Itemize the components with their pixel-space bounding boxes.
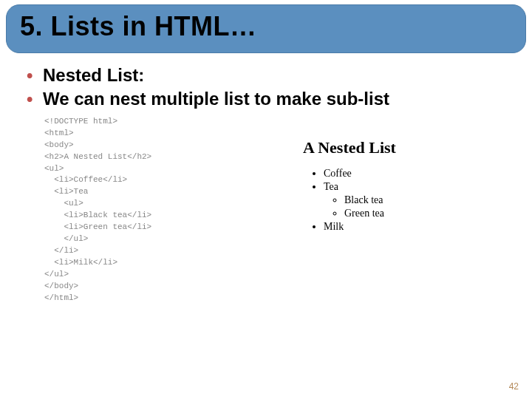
list-item: Black tea (344, 194, 519, 206)
code-line: <ul> (44, 198, 266, 210)
code-line: </html> (44, 293, 266, 304)
bullet-item: We can nest multiple list to make sub-li… (27, 87, 532, 111)
bullet-item: Nested List: (27, 64, 532, 87)
code-line: <h2>A Nested List</h2> (44, 151, 266, 163)
rendered-output: A Nested List CoffeeTeaBlack teaGreen te… (266, 116, 519, 304)
code-line: <html> (44, 128, 266, 140)
code-line: <!DOCTYPE html> (44, 116, 266, 128)
rendered-heading: A Nested List (303, 138, 519, 157)
content-row: <!DOCTYPE html><html><body><h2>A Nested … (0, 116, 532, 304)
slide-title-bar: 5. Lists in HTML… (6, 4, 526, 53)
code-line: </ul> (44, 269, 266, 281)
code-line: </ul> (44, 233, 266, 245)
code-line: </li> (44, 245, 266, 257)
rendered-list: CoffeeTeaBlack teaGreen teaMilk (324, 168, 519, 233)
code-line: <ul> (44, 163, 266, 175)
code-line: <li>Coffee</li> (44, 174, 266, 186)
list-item: Coffee (324, 168, 519, 180)
code-line: <li>Tea (44, 186, 266, 198)
slide-title: 5. Lists in HTML… (20, 11, 512, 42)
code-line: <li>Milk</li> (44, 257, 266, 269)
list-item: Green tea (344, 208, 519, 219)
list-item: Milk (324, 221, 519, 233)
page-number: 42 (509, 381, 519, 392)
code-line: </body> (44, 281, 266, 293)
slide-bullets: Nested List: We can nest multiple list t… (27, 64, 532, 112)
code-line: <li>Green tea</li> (44, 222, 266, 233)
list-item: TeaBlack teaGreen tea (324, 181, 519, 219)
nested-list: Black teaGreen tea (344, 194, 519, 219)
code-line: <body> (44, 140, 266, 151)
code-line: <li>Black tea</li> (44, 210, 266, 222)
code-example: <!DOCTYPE html><html><body><h2>A Nested … (44, 116, 266, 304)
